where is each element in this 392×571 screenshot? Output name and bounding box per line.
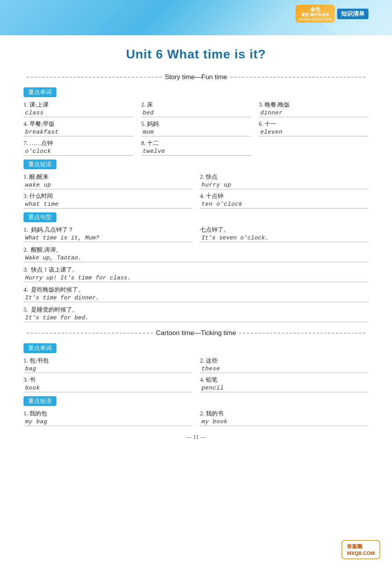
sentence-section-1: 1. 妈妈,几点钟了？ What time is it, Mum? 七点钟了。 …: [24, 226, 368, 322]
vocab-badge-2: 重点单词: [24, 343, 56, 353]
vocab-english-6: eleven: [259, 129, 368, 136]
vocab-item-3: 3.晚餐;晚饭 dinner: [259, 101, 368, 117]
phrase-grid-1: 1.醒;醒来 wake up 2.快点 hurry up 3.什么时间 what…: [24, 173, 368, 208]
phrase-badge-1: 重点短语: [24, 160, 56, 169]
header-background: 金色 课堂 课时作业本 KESHI ZUOYE BEN 知识清单: [0, 0, 392, 35]
logo-code-text: KESHI ZUOYE BEN: [299, 17, 332, 22]
watermark-line2: MXQ8.COM: [347, 550, 375, 556]
vocab-item-1: 1.课;上课 class: [24, 101, 133, 117]
page-number: 11: [193, 434, 199, 440]
phrase-english-s2-1: my bag: [24, 418, 192, 426]
phrase-item-2: 2.快点 hurry up: [200, 173, 368, 189]
vocab-item-s2-4: 4.铅笔 pencil: [200, 376, 368, 392]
page-footer: — 11 —: [24, 434, 368, 440]
section1-divider: Story time—Fun time: [24, 73, 368, 81]
phrase-badge-2: 重点短语: [24, 396, 56, 406]
watermark: 答案圈 MXQ8.COM: [341, 540, 380, 559]
vocab-item-s2-1: 1.包;书包 bag: [24, 357, 192, 373]
vocab-english-8: twelve: [141, 148, 251, 156]
vocab-english-7: o'clock: [24, 148, 133, 156]
vocab-english-1: class: [24, 109, 133, 117]
sentence-single-5: 5. 是睡觉的时候了。 It's time for bed.: [24, 306, 368, 322]
phrase-english-4: ten o'clock: [200, 201, 368, 208]
sentence-pair-english-1: It's seven o'clock.: [200, 234, 368, 242]
main-content: Unit 6 What time is it? Story time—Fun t…: [0, 35, 392, 460]
divider-line-right-2: [239, 333, 365, 334]
phrase-english-1: wake up: [24, 181, 192, 189]
divider-line-left-2: [27, 333, 153, 334]
vocab-item-6: 6.十一 eleven: [259, 120, 368, 136]
sentence-row-1: 1. 妈妈,几点钟了？ What time is it, Mum? 七点钟了。 …: [24, 226, 368, 242]
vocab-item-s2-3: 3.书 book: [24, 376, 192, 392]
sentence-single-2: 2. 醒醒,涛涛。 Wake up, Taotao.: [24, 246, 368, 262]
sentence-right-1: 七点钟了。 It's seven o'clock.: [200, 226, 368, 242]
phrase-grid-2: 1.我的包 my bag 2.我的书 my book: [24, 410, 368, 426]
sentence-english-2: Wake up, Taotao.: [24, 254, 368, 262]
section2-title: Cartoon time—Ticking time: [156, 329, 236, 337]
sentence-single-3: 3. 快点！该上课了。 Hurry up! It's time for clas…: [24, 266, 368, 282]
vocab-item-s2-2: 2.这些 these: [200, 357, 368, 373]
logo-sub-text: 课堂 课时作业本: [301, 13, 330, 17]
phrase-item-3: 3.什么时间 what time: [24, 192, 192, 208]
section2-divider: Cartoon time—Ticking time: [24, 329, 368, 337]
sentence-single-4: 4. 是吃晚饭的时候了。 It's time for dinner.: [24, 286, 368, 302]
vocab-english-s2-3: book: [24, 384, 192, 392]
watermark-line1: 答案圈: [347, 543, 375, 550]
phrase-item-s2-1: 1.我的包 my bag: [24, 410, 192, 426]
vocab-english-5: mum: [141, 129, 251, 136]
logo-gold-text: 金色: [310, 6, 320, 13]
phrase-english-3: what time: [24, 201, 192, 208]
vocab-english-2: bed: [141, 109, 251, 117]
vocab-english-s2-4: pencil: [200, 384, 368, 392]
divider-line-right: [230, 77, 365, 78]
sentence-left-1: 1. 妈妈,几点钟了？ What time is it, Mum?: [24, 226, 192, 242]
phrase-item-1: 1.醒;醒来 wake up: [24, 173, 192, 189]
sentence-english-5: It's time for bed.: [24, 314, 368, 322]
vocab-badge-1: 重点单词: [24, 87, 56, 97]
logo-badge: 金色 课堂 课时作业本 KESHI ZUOYE BEN: [296, 5, 335, 23]
sentence-english-4: It's time for dinner.: [24, 294, 368, 302]
vocab-english-3: dinner: [259, 109, 368, 117]
vocab-item-7: 7.……点钟 o'clock: [24, 140, 133, 156]
phrase-english-s2-2: my book: [200, 418, 368, 426]
vocab-empty-cell: [259, 140, 368, 156]
sentence-badge-1: 重点句型: [24, 212, 56, 222]
divider-line-left: [27, 77, 162, 78]
vocab-english-s2-1: bag: [24, 365, 192, 373]
vocab-grid-1: 1.课;上课 class 2.床 bed 3.晚餐;晚饭 dinner 4.早餐…: [24, 101, 368, 156]
phrase-item-4: 4.十点钟 ten o'clock: [200, 192, 368, 208]
header-badge: 金色 课堂 课时作业本 KESHI ZUOYE BEN 知识清单: [296, 5, 368, 23]
knowledge-list-label: 知识清单: [337, 9, 368, 19]
vocab-item-5: 5.妈妈 mum: [141, 120, 251, 136]
section-cartoon-time: Cartoon time—Ticking time 重点单词 1.包;书包 ba…: [24, 329, 368, 426]
vocab-item-8: 8.十二 twelve: [141, 140, 251, 156]
vocab-item-4: 4.早餐;早饭 breakfast: [24, 120, 133, 136]
vocab-english-s2-2: these: [200, 365, 368, 373]
page-title: Unit 6 What time is it?: [24, 47, 368, 62]
phrase-item-s2-2: 2.我的书 my book: [200, 410, 368, 426]
vocab-item-2: 2.床 bed: [141, 101, 251, 117]
phrase-english-2: hurry up: [200, 181, 368, 189]
section1-title: Story time—Fun time: [165, 73, 227, 81]
vocab-grid-2: 1.包;书包 bag 2.这些 these 3.书 book 4.铅笔 penc…: [24, 357, 368, 392]
section-story-time: Story time—Fun time 重点单词 1.课;上课 class 2.…: [24, 73, 368, 322]
sentence-english-1: What time is it, Mum?: [24, 234, 192, 242]
sentence-english-3: Hurry up! It's time for class.: [24, 274, 368, 282]
vocab-english-4: breakfast: [24, 129, 133, 136]
